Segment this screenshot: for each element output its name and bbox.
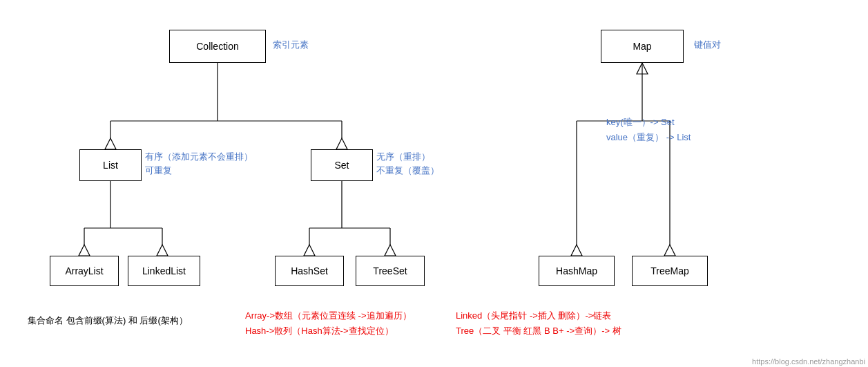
collection-annotation: 索引元素 [273, 39, 309, 51]
set-box: Set [311, 149, 373, 181]
svg-marker-5 [336, 138, 347, 149]
treeset-label: TreeSet [373, 265, 407, 276]
bottom-red2: Hash->散列（Hash算法->查找定位） [245, 325, 394, 337]
map-box: Map [601, 30, 684, 63]
hashset-box: HashSet [275, 256, 344, 286]
map-annotation: 键值对 [694, 39, 721, 51]
treeset-box: TreeSet [356, 256, 425, 286]
treemap-box: TreeMap [632, 256, 708, 286]
watermark: https://blog.csdn.net/zhangzhanbi [752, 357, 865, 366]
bottom-red1: Array->数组（元素位置连续 ->追加遍历） [245, 310, 412, 322]
linkedlist-label: LinkedList [142, 265, 186, 276]
list-box: List [79, 149, 142, 181]
hashset-label: HashSet [291, 265, 328, 276]
set-annotation2: 不重复（覆盖） [376, 164, 439, 177]
svg-marker-9 [79, 245, 90, 256]
arraylist-label: ArrayList [65, 265, 103, 276]
bottom-red3: Linked（头尾指针 ->插入 删除）->链表 [456, 310, 611, 322]
map-label: Map [633, 41, 651, 52]
list-label: List [103, 160, 118, 171]
svg-marker-3 [105, 138, 116, 149]
set-label: Set [334, 160, 349, 171]
collection-box: Collection [169, 30, 266, 63]
collection-label: Collection [196, 41, 238, 52]
svg-marker-21 [571, 245, 582, 256]
diagram: Collection List Set ArrayList LinkedList… [0, 0, 868, 367]
bottom-left-label: 集合命名 包含前缀(算法) 和 后缀(架构） [28, 314, 188, 327]
list-annotation2: 可重复 [145, 164, 172, 177]
map-key-annotation: key(唯一）-> Set [606, 116, 675, 129]
svg-marker-24 [637, 63, 648, 74]
svg-marker-11 [157, 245, 168, 256]
map-value-annotation: value（重复） -> List [606, 131, 691, 144]
svg-marker-15 [304, 245, 315, 256]
svg-marker-23 [664, 245, 675, 256]
treemap-label: TreeMap [650, 265, 689, 276]
hashmap-label: HashMap [556, 265, 597, 276]
arraylist-box: ArrayList [50, 256, 119, 286]
connector-lines [0, 0, 868, 367]
set-annotation1: 无序（重排） [376, 151, 430, 163]
bottom-red4: Tree（二叉 平衡 红黑 B B+ ->查询）-> 树 [456, 325, 621, 337]
list-annotation1: 有序（添加元素不会重排） [145, 151, 253, 163]
svg-marker-17 [385, 245, 396, 256]
linkedlist-box: LinkedList [128, 256, 200, 286]
hashmap-box: HashMap [539, 256, 615, 286]
